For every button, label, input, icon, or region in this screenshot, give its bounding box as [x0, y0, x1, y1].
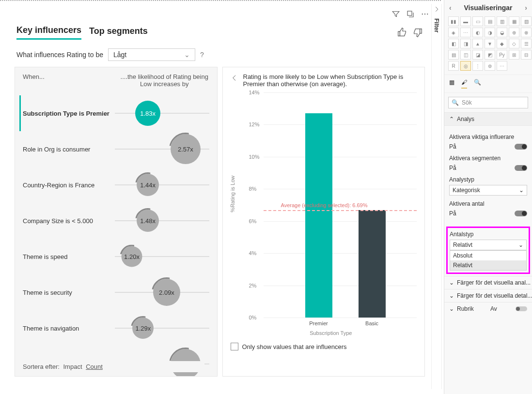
- tab-top-segments[interactable]: Top segments: [89, 26, 148, 39]
- filter-rail-label[interactable]: Filter: [433, 18, 440, 32]
- viz-type-icon[interactable]: ☰: [521, 39, 532, 48]
- viz-type-icon[interactable]: ◩: [485, 50, 495, 60]
- prompt-label: What influences Rating to be: [16, 51, 103, 59]
- factor-label: Theme is navigation: [23, 325, 115, 332]
- collapse-panel-icon[interactable]: ‹: [449, 4, 452, 12]
- viz-type-icon[interactable]: ◧: [448, 39, 459, 48]
- bar[interactable]: [305, 113, 332, 318]
- canvas-resize-handle[interactable]: [6, 3, 10, 10]
- viz-type-icon[interactable]: ⊟: [521, 50, 532, 60]
- viz-type-icon[interactable]: ◫: [460, 50, 471, 60]
- viz-type-icon[interactable]: Py: [497, 50, 507, 60]
- factor-bubble[interactable]: 1.44x: [137, 174, 159, 196]
- highlighted-setting: Antalstyp Relativt⌄ Absolut Relativt: [446, 227, 530, 274]
- back-arrow-icon[interactable]: [231, 73, 238, 82]
- option-relativt[interactable]: Relativt: [450, 260, 526, 270]
- factor-line: 1.83x: [115, 113, 209, 114]
- viz-type-icon[interactable]: ▲: [472, 39, 483, 48]
- factor-row[interactable]: Company Size is < 5.0001.48x: [23, 203, 209, 239]
- viz-type-icon[interactable]: ▦: [509, 16, 519, 26]
- average-label: Average (excluding selected): 6.69%: [281, 202, 368, 208]
- factor-row[interactable]: Country-Region is France1.44x: [23, 167, 209, 203]
- thumbs-up-icon[interactable]: [397, 27, 407, 38]
- factor-bubble[interactable]: 1.29x: [132, 318, 154, 339]
- factor-bubble[interactable]: 1.83x: [135, 101, 160, 126]
- factor-bubble[interactable]: 2.09x: [153, 279, 180, 306]
- viz-type-icon[interactable]: ▧: [521, 16, 532, 26]
- svg-point-3: [427, 14, 428, 15]
- expand-filter-icon[interactable]: [433, 6, 440, 13]
- toggle-rubrik[interactable]: [516, 306, 527, 311]
- sort-impact[interactable]: Impact: [63, 363, 82, 370]
- viz-type-icon[interactable]: ◒: [497, 28, 507, 37]
- expand-panel-icon[interactable]: ›: [525, 4, 527, 12]
- help-icon[interactable]: ?: [200, 51, 204, 59]
- focus-icon[interactable]: [406, 10, 415, 18]
- viz-type-icon[interactable]: ◑: [485, 28, 495, 37]
- opt-antal-label: Aktivera antal: [449, 200, 527, 207]
- y-tick: 14%: [249, 90, 260, 95]
- factor-row[interactable]: Theme is speed1.20x: [23, 239, 209, 274]
- y-tick: 8%: [249, 186, 257, 192]
- toggle-segment[interactable]: [515, 165, 527, 171]
- search-input[interactable]: 🔍 Sök: [448, 97, 528, 108]
- antalstyp-label: Antalstyp: [450, 231, 527, 238]
- section-colors-analysis[interactable]: ⌄Färger för det visuella anal...: [444, 276, 532, 289]
- only-influencers-checkbox[interactable]: [231, 343, 238, 350]
- search-icon: 🔍: [452, 99, 459, 106]
- analytics-tab-icon[interactable]: 🔍: [474, 79, 481, 89]
- tab-key-influencers[interactable]: Key influencers: [16, 25, 81, 40]
- viz-type-icon[interactable]: ⊗: [521, 28, 532, 37]
- opt-segment-label: Aktivera segmenten: [449, 155, 527, 162]
- section-colors-detail[interactable]: ⌄Färger för det visuella detal...: [444, 289, 532, 302]
- sort-count[interactable]: Count: [86, 363, 103, 370]
- viz-type-icon[interactable]: ▤: [485, 16, 495, 26]
- section-analys[interactable]: ⌃Analys: [444, 112, 532, 126]
- option-absolut[interactable]: Absolut: [450, 251, 526, 260]
- viz-type-icon[interactable]: ◆: [497, 39, 507, 48]
- viz-type-icon[interactable]: ⋮: [472, 61, 483, 71]
- analystyp-dropdown[interactable]: Kategorisk⌄: [449, 185, 527, 196]
- factor-row[interactable]: Subscription Type is Premier1.83x: [19, 95, 209, 131]
- factor-label: Country-Region is France: [23, 182, 115, 189]
- viz-type-icon[interactable]: ▭: [472, 16, 483, 26]
- viz-type-icon[interactable]: ◐: [472, 28, 483, 37]
- more-icon[interactable]: [421, 10, 429, 18]
- antalstyp-dropdown[interactable]: Relativt⌄: [450, 240, 527, 250]
- viz-type-icon[interactable]: ⋯: [497, 61, 507, 71]
- viz-type-icon[interactable]: ⊞: [509, 50, 519, 60]
- viz-type-icon[interactable]: ▼: [485, 39, 495, 48]
- viz-type-icon[interactable]: ▮▮: [448, 16, 459, 26]
- factor-row[interactable]: Role in Org is consumer2.57x: [23, 131, 209, 167]
- fields-tab-icon[interactable]: ▦: [449, 79, 454, 89]
- factor-bubble[interactable]: 1.20x: [122, 246, 142, 267]
- viz-type-icon[interactable]: ▥: [497, 16, 507, 26]
- canvas-resize-handle[interactable]: [6, 384, 10, 391]
- viz-type-icon[interactable]: ▬: [460, 16, 471, 26]
- toggle-influerare[interactable]: [515, 144, 527, 150]
- thumbs-down-icon[interactable]: [412, 27, 423, 38]
- viz-type-icon[interactable]: ◈: [448, 28, 459, 37]
- rating-dropdown[interactable]: Lågt ⌄: [108, 48, 195, 61]
- factor-row[interactable]: Theme is navigation1.29x: [23, 310, 209, 346]
- filter-icon[interactable]: [391, 10, 400, 18]
- factor-line: 1.20x: [115, 256, 209, 257]
- viz-type-icon[interactable]: ◨: [460, 39, 471, 48]
- viz-type-icon[interactable]: ◪: [472, 50, 483, 60]
- section-rubrik[interactable]: ⌄RubrikAv: [444, 302, 532, 315]
- viz-type-icon[interactable]: ⊚: [485, 61, 495, 71]
- format-tab-icon[interactable]: 🖌: [461, 79, 467, 89]
- viz-type-icon[interactable]: ⋯: [460, 28, 471, 37]
- factor-bubble[interactable]: 1.48x: [137, 210, 159, 232]
- rubrik-state: Av: [490, 305, 497, 312]
- viz-type-icon[interactable]: ⊕: [509, 28, 519, 37]
- bar[interactable]: [359, 210, 386, 318]
- factor-bubble[interactable]: 2.57x: [171, 134, 201, 164]
- toggle-antal[interactable]: [515, 211, 527, 216]
- viz-type-icon[interactable]: ◎: [460, 61, 471, 71]
- viz-type-icon[interactable]: R: [448, 61, 459, 71]
- factor-row[interactable]: Theme is security2.09x: [23, 274, 209, 310]
- viz-type-icon[interactable]: ▤: [448, 50, 459, 60]
- viz-type-icon[interactable]: ◇: [509, 39, 519, 48]
- chevron-down-icon: ⌄: [184, 51, 190, 59]
